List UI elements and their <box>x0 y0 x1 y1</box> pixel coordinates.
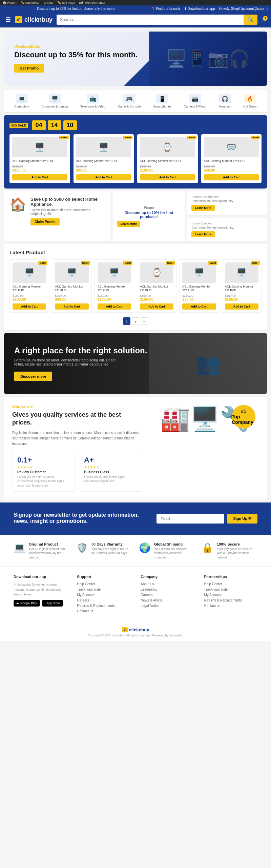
claim-promo-button[interactable]: Claim Promo <box>30 218 60 225</box>
countdown-minutes: 14 <box>48 120 61 130</box>
user-account[interactable]: Howdy, Shop! (account@u.com) <box>219 7 268 11</box>
footer-link[interactable]: My Account <box>77 593 131 597</box>
footer-link[interactable]: Help Center <box>204 582 258 586</box>
add-to-cart-button[interactable]: Add to Cart <box>55 303 88 310</box>
product-price: $100.00 <box>13 297 46 301</box>
discover-button[interactable]: Discover more <box>14 372 52 381</box>
add-to-cart-button[interactable]: Add to Cart <box>12 174 67 180</box>
hero-image: 🖥️📱📷🎧 <box>149 32 267 86</box>
category-camera[interactable]: 📷 Camera & Photo <box>184 94 207 108</box>
add-to-cart-button[interactable]: Add to Cart <box>140 174 195 180</box>
sale-tag: Sale! <box>81 261 90 265</box>
countdown-timer: 04 14 10 <box>32 120 77 130</box>
sale-product: Sale! ⌚ ACL Gaming Monitor 22" FHD $150.… <box>137 134 198 183</box>
footer-link[interactable]: My Account <box>204 593 258 597</box>
stat-number: 0.1+ <box>17 456 70 465</box>
footer-link[interactable]: Leadership <box>141 588 194 591</box>
cart-icon[interactable]: 🛒 1 <box>262 18 266 22</box>
big-sale-section: BIG SALE 04 14 10 Sale! 🖥️ ACL Gaming Mo… <box>4 115 267 189</box>
footer-link[interactable]: Careers <box>141 593 194 597</box>
speaker-learn-button[interactable]: Learn More <box>191 231 215 237</box>
sale-header: BIG SALE 04 14 10 <box>9 120 262 130</box>
category-headset[interactable]: 🎧 Headset <box>219 94 231 108</box>
add-to-cart-button[interactable]: Add to Cart <box>225 303 258 310</box>
features-section: 💻 Original Product 100% Original product… <box>0 535 271 567</box>
banner-content: A right place for the right solution. Lo… <box>4 336 157 392</box>
footer-link[interactable]: About us <box>141 582 194 586</box>
feature-warranty: 🛡️ 30 Days Warranty You have the right t… <box>76 542 132 560</box>
newsletter-signup-button[interactable]: Sign Up ✉ <box>227 514 257 524</box>
sale-product: Sale! 🥽 ACL Gaming Monitor 22" FHD $100.… <box>201 134 262 183</box>
sale-tag: Sale! <box>38 261 47 265</box>
footer-link[interactable]: Careers <box>77 598 131 602</box>
newsletter-email-input[interactable] <box>157 514 224 524</box>
product-old-price: $150.00 <box>98 294 131 297</box>
footer-link[interactable]: Contact us <box>77 609 131 613</box>
category-hot-deals[interactable]: 🔥 Hot Deals <box>243 94 257 108</box>
search-button[interactable]: 🔍 <box>244 15 257 25</box>
search-input[interactable] <box>57 15 244 25</box>
promo-label: Promo <box>144 206 154 210</box>
add-to-cart-button[interactable]: Add to Cart <box>98 303 131 310</box>
find-branch[interactable]: 📍 Find our branch <box>151 7 180 11</box>
android-learn-button[interactable]: Learn More <box>191 205 215 211</box>
admin-customise[interactable]: ✏️ Customise <box>21 1 40 4</box>
newsletter-text: Signup our newsletter to get update info… <box>14 512 146 526</box>
sale-tag: Sale! <box>251 136 260 139</box>
product-old-price: $150.00 <box>12 165 67 168</box>
footer-link[interactable]: Contact us <box>204 604 258 608</box>
android-text: Don't miss the best opportunity. <box>191 199 263 203</box>
promo-left-card: 🏠 Save up to $600 on select Home Applian… <box>4 191 110 241</box>
page-2-button[interactable]: 2 <box>132 317 139 325</box>
footer-bottom: ✔ clicknbuy Copyright © 2024 clicknbuy. … <box>0 623 271 641</box>
product-name: ACL Gaming Monitor 22" FHD <box>98 285 131 293</box>
admin-new[interactable]: ⊕ New <box>44 1 54 4</box>
add-to-cart-button[interactable]: Add to Cart <box>140 303 173 310</box>
add-to-cart-button[interactable]: Add to Cart <box>182 303 216 310</box>
app-store-badge[interactable]: App Store <box>42 600 63 607</box>
company-links: About us Leadership Careers News & Artic… <box>141 582 194 608</box>
search-bar: 🔍 <box>57 15 257 25</box>
footer-link[interactable]: News & Article <box>141 598 194 602</box>
stat-number: A+ <box>84 456 137 465</box>
footer-link[interactable]: Returns & Replacements <box>77 604 131 608</box>
product-name: ACL Gaming Monitor 22" FHD <box>140 285 173 293</box>
logo[interactable]: ✔ clicknbuy <box>15 16 53 23</box>
add-to-cart-button[interactable]: Add to Cart <box>76 174 131 180</box>
company-title: Company <box>141 575 194 579</box>
page-next-button[interactable]: → <box>141 317 148 325</box>
add-to-cart-button[interactable]: Add to Cart <box>204 174 259 180</box>
category-laptop[interactable]: 🖥️ Computer & Laptop <box>42 94 68 108</box>
footer-link[interactable]: Legal Notice <box>141 604 194 608</box>
download-app[interactable]: ⬇ Download our app <box>184 7 215 11</box>
category-smartphones[interactable]: 📱 Smartphones <box>153 94 171 108</box>
promo-android-card: Android Smartphone Don't miss the best o… <box>187 191 267 215</box>
admin-edit[interactable]: ✏️ Edit Page <box>57 1 75 4</box>
add-to-cart-button[interactable]: Add to Cart <box>13 303 46 310</box>
footer-link[interactable]: Track your order <box>77 588 131 591</box>
footer-link[interactable]: Track your order <box>204 588 258 591</box>
product-old-price: $150.00 <box>182 294 216 297</box>
footer-link[interactable]: Help Center <box>77 582 131 586</box>
countdown-hours: 04 <box>32 120 46 130</box>
page-1-button[interactable]: 1 <box>123 317 130 325</box>
sale-tag: Sale! <box>59 136 68 139</box>
promo-learn-button[interactable]: Learn More <box>117 221 141 227</box>
product-name: ACL Gaming Monitor 22" FHD <box>76 159 131 163</box>
admin-report[interactable]: 🏠 Report <box>3 1 17 4</box>
banner-text: Lorem ipsum dolor sit amet, consectetur … <box>14 358 116 366</box>
hero-cta-button[interactable]: Get Promo <box>14 64 44 73</box>
warranty-icon: 🛡️ <box>76 542 88 553</box>
category-tv[interactable]: 📺 Television & Video <box>80 94 105 108</box>
newsletter-form: Sign Up ✉ <box>157 514 257 524</box>
category-gaming[interactable]: 🎮 Game & Console <box>118 94 141 108</box>
hero-text: #WeekendDeals Discount up to 35% for thi… <box>14 45 138 72</box>
product-old-price: $100.00 <box>76 165 131 168</box>
google-play-badge[interactable]: ▶ Google Play <box>14 600 40 607</box>
admin-elementor[interactable]: Edit with Elementor <box>79 1 106 4</box>
hamburger-menu[interactable]: ☰ <box>5 16 11 23</box>
category-computers[interactable]: 💻 Computers <box>14 94 29 108</box>
footer-link[interactable]: Returns & Replacements <box>204 598 258 602</box>
support-title: Support <box>77 575 131 579</box>
product-image: 🖥️ <box>76 137 131 157</box>
